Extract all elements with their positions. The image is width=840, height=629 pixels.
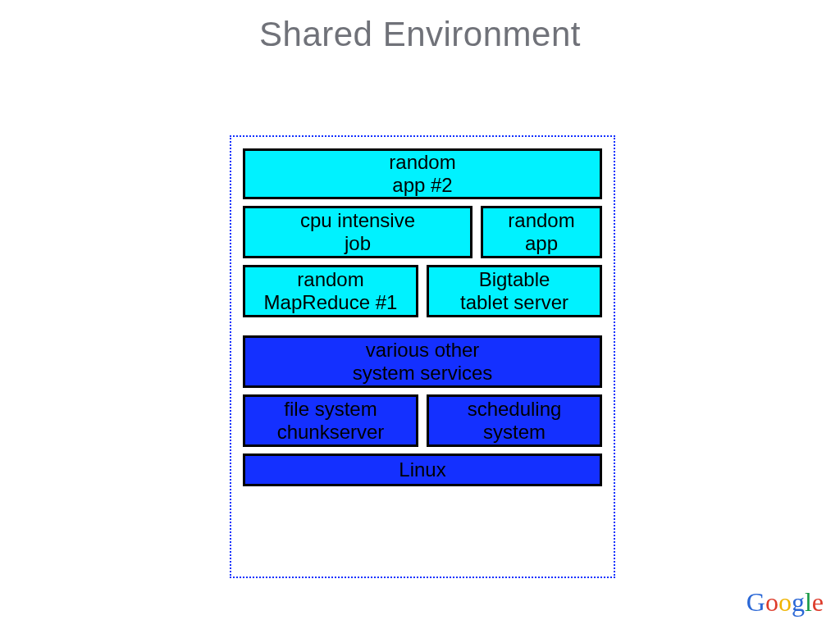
logo-letter: o (778, 587, 792, 618)
block-cpu-intensive-job: cpu intensive job (243, 206, 472, 258)
logo-letter: o (765, 587, 778, 618)
block-file-system-chunkserver: file system chunkserver (243, 394, 418, 447)
slide-title: Shared Environment (0, 15, 840, 54)
diagram-container: random app #2 cpu intensive job random a… (230, 135, 615, 578)
row-linux: Linux (243, 454, 602, 486)
block-random-mapreduce: random MapReduce #1 (243, 265, 418, 317)
block-bigtable-tablet-server: Bigtable tablet server (427, 265, 602, 317)
row-app2: random app #2 (243, 148, 602, 199)
text-line: random (389, 151, 455, 174)
text-line: various other (366, 339, 480, 362)
text-line: cpu intensive (300, 209, 415, 232)
text-line: system services (353, 362, 493, 385)
text-line: Bigtable (479, 268, 550, 291)
logo-letter: l (805, 587, 812, 618)
text-line: MapReduce #1 (264, 291, 398, 314)
text-line: Linux (399, 458, 445, 481)
row-other-services: various other system services (243, 335, 602, 388)
text-line: job (345, 232, 371, 255)
text-line: app (525, 232, 558, 255)
google-logo: Google (746, 587, 824, 618)
row-mapreduce-bigtable: random MapReduce #1 Bigtable tablet serv… (243, 265, 602, 317)
slide: Shared Environment random app #2 cpu int… (0, 0, 840, 629)
block-various-other-services: various other system services (243, 335, 602, 388)
text-line: random (297, 268, 363, 291)
block-random-app: random app (481, 206, 602, 258)
logo-letter: g (792, 587, 805, 618)
block-linux: Linux (243, 454, 602, 486)
logo-letter: G (746, 587, 765, 618)
text-line: scheduling (468, 398, 562, 421)
row-chunkserver-scheduler: file system chunkserver scheduling syste… (243, 394, 602, 447)
logo-letter: e (812, 587, 824, 618)
text-line: app #2 (392, 174, 452, 197)
block-random-app-2: random app #2 (243, 148, 602, 199)
text-line: chunkserver (277, 421, 385, 444)
text-line: file system (284, 398, 377, 421)
text-line: system (483, 421, 546, 444)
text-line: tablet server (460, 291, 568, 314)
row-cpu-randomapp: cpu intensive job random app (243, 206, 602, 258)
text-line: random (508, 209, 574, 232)
block-scheduling-system: scheduling system (427, 394, 602, 447)
